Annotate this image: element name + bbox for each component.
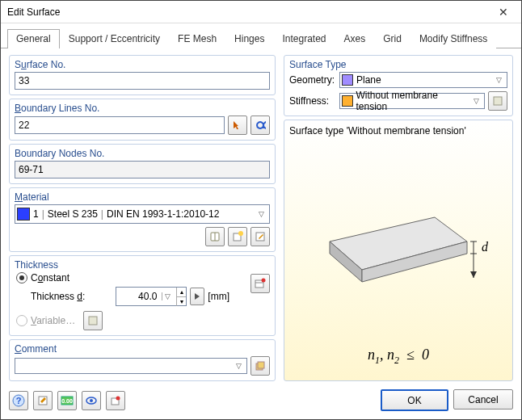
spin-up-button[interactable]: ▲ — [177, 288, 186, 297]
group-comment: Comment ▽ — [9, 339, 276, 381]
svg-point-26 — [90, 399, 93, 402]
label-surface-type: Surface Type — [289, 59, 507, 70]
label-stiffness: Stiffness: — [289, 95, 336, 107]
spin-down-button[interactable]: ▼ — [177, 297, 186, 306]
eye-icon — [85, 395, 98, 406]
group-surface-type: Surface Type Geometry: Plane ▽ Stiffness… — [284, 55, 513, 116]
material-new-button[interactable] — [228, 227, 247, 246]
stiffness-settings-button[interactable] — [488, 91, 507, 111]
new-icon — [232, 231, 243, 242]
stiffness-color-icon — [342, 95, 353, 107]
settings-icon — [87, 315, 99, 326]
material-color-icon — [17, 208, 30, 220]
material-library-button[interactable] — [205, 227, 225, 246]
pick-lines-button[interactable] — [228, 116, 247, 135]
view-button[interactable] — [82, 391, 101, 410]
svg-point-3 — [238, 231, 243, 236]
label-comment: Comment — [15, 343, 270, 355]
select-lines-button[interactable] — [250, 116, 270, 135]
group-surface-no: Surface No. — [9, 55, 276, 95]
edit-icon — [255, 231, 266, 242]
radio-dot-icon — [16, 272, 27, 284]
stiffness-value: Without membrane tension — [356, 90, 468, 112]
help-button[interactable]: ? — [9, 391, 28, 410]
material-standard: DIN EN 1993-1-1:2010-12 — [107, 208, 219, 220]
variable-settings-button[interactable] — [83, 311, 103, 330]
tab-modify-stiffness[interactable]: Modify Stiffness — [410, 29, 496, 48]
units-button[interactable]: 0.00 — [57, 391, 77, 410]
geometry-value: Plane — [356, 74, 381, 86]
preview-caption: Surface type 'Without membrane tension' — [289, 125, 507, 136]
input-thickness-value[interactable] — [120, 290, 158, 303]
tab-fe-mesh[interactable]: FE Mesh — [169, 29, 225, 48]
combo-stiffness[interactable]: Without membrane tension ▽ — [339, 93, 485, 109]
material-edit-button[interactable] — [250, 227, 270, 246]
svg-point-7 — [262, 279, 266, 283]
label-geometry: Geometry: — [289, 74, 336, 86]
input-surface-no[interactable] — [15, 72, 270, 90]
stack-icon — [255, 360, 266, 372]
label-surface-no: Surface No. — [15, 59, 270, 70]
surface-preview-icon: d — [297, 177, 499, 338]
label-thickness-unit: [mm] — [208, 291, 229, 302]
tab-grid[interactable]: Grid — [374, 29, 410, 48]
label-thickness: Thickness — [15, 259, 270, 271]
tabstrip: General Support / Eccentricity FE Mesh H… — [1, 23, 521, 48]
table-pin-icon — [255, 278, 266, 289]
input-boundary-nodes — [15, 161, 270, 178]
svg-rect-10 — [258, 362, 264, 368]
comment-library-button[interactable] — [250, 356, 270, 376]
settings-icon — [492, 95, 503, 107]
group-material: Material 1 | Steel S 235 | DIN EN 1993-1… — [9, 187, 276, 252]
window-controls: ✕ — [485, 1, 521, 23]
radio-constant[interactable]: Constant — [16, 272, 270, 284]
tab-axes[interactable]: Axes — [335, 29, 375, 48]
group-thickness: Thickness Constant Thickness d: ▽ — [9, 255, 276, 336]
pick-icon — [232, 120, 243, 131]
chevron-down-icon: ▽ — [470, 97, 482, 105]
titlebar: Edit Surface ✕ — [1, 1, 521, 23]
chevron-down-icon: ▽ — [233, 362, 245, 370]
combo-geometry[interactable]: Plane ▽ — [339, 72, 507, 88]
tab-integrated[interactable]: Integrated — [273, 29, 335, 48]
label-material: Material — [15, 191, 270, 203]
svg-point-28 — [116, 396, 120, 400]
chevron-down-icon[interactable]: ▽ — [162, 292, 173, 300]
window-title: Edit Surface — [7, 6, 60, 18]
svg-text:?: ? — [16, 396, 22, 405]
radio-dot-icon — [16, 315, 27, 326]
preview-d-label: d — [482, 240, 489, 254]
svg-rect-11 — [494, 97, 502, 105]
combo-material[interactable]: 1 | Steel S 235 | DIN EN 1993-1-1:2010-1… — [15, 204, 270, 224]
radio-variable: Variable… — [16, 315, 75, 326]
geometry-color-icon — [342, 74, 353, 86]
pin-icon — [110, 395, 121, 406]
chevron-down-icon: ▽ — [493, 76, 505, 84]
thickness-info-button[interactable] — [250, 274, 270, 293]
material-name: Steel S 235 — [48, 208, 98, 220]
close-icon[interactable]: ✕ — [485, 1, 521, 23]
label-thickness-d: Thickness d: — [31, 291, 85, 302]
svg-text:0.00: 0.00 — [61, 398, 73, 404]
group-boundary-nodes: Boundary Nodes No. — [9, 144, 276, 184]
thickness-step-button[interactable] — [190, 288, 204, 305]
pin-button[interactable] — [106, 391, 125, 410]
note-icon — [37, 395, 48, 406]
label-boundary-nodes: Boundary Nodes No. — [15, 148, 270, 159]
book-icon — [209, 231, 221, 242]
cancel-button[interactable]: Cancel — [453, 389, 513, 410]
svg-marker-19 — [470, 271, 477, 278]
label-boundary-lines: Boundary Lines No. — [15, 103, 270, 114]
notes-button[interactable] — [33, 391, 53, 410]
tab-hinges[interactable]: Hinges — [225, 29, 273, 48]
group-boundary-lines: Boundary Lines No. — [9, 99, 276, 141]
preview-formula: n1, n2 ≤ 0 — [289, 346, 507, 367]
input-boundary-lines[interactable] — [15, 116, 225, 134]
material-index: 1 — [33, 208, 39, 220]
ok-button[interactable]: OK — [381, 389, 448, 411]
combo-comment[interactable]: ▽ — [15, 358, 247, 374]
arrow-right-icon — [193, 292, 201, 301]
tab-general[interactable]: General — [7, 29, 60, 48]
preview-panel: Surface type 'Without membrane tension' … — [284, 120, 513, 381]
tab-support-eccentricity[interactable]: Support / Eccentricity — [60, 29, 169, 48]
